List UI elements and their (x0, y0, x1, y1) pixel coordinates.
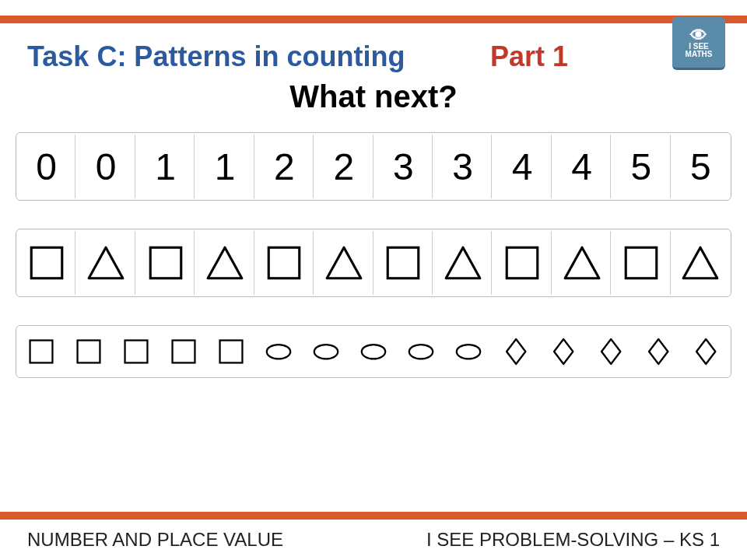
square-icon (121, 337, 151, 366)
svg-point-18 (314, 345, 338, 359)
number-cell: 3 (434, 135, 492, 198)
footer-brand: I SEE PROBLEM-SOLVING – KS 1 (426, 529, 720, 551)
shape-cell (137, 231, 195, 295)
shape-cell (672, 231, 729, 295)
oval-icon (311, 341, 341, 362)
svg-marker-26 (696, 339, 715, 364)
svg-rect-6 (388, 247, 419, 278)
diamond-icon (552, 337, 575, 366)
oval-icon (454, 341, 483, 362)
number-cell: 2 (256, 135, 314, 198)
shape-cell (65, 327, 111, 376)
svg-rect-14 (124, 341, 147, 363)
number-cell: 1 (196, 135, 254, 198)
shape-cell (160, 327, 206, 376)
shape-cell (350, 327, 396, 376)
shape-cell (588, 327, 634, 376)
svg-marker-1 (89, 247, 123, 278)
number-cell: 4 (553, 135, 611, 198)
shape-cell (541, 327, 587, 376)
shape-cell (434, 231, 492, 295)
number-value: 4 (512, 145, 533, 188)
shape-cell (77, 231, 135, 295)
svg-marker-24 (601, 339, 620, 364)
pattern-row-shapes (16, 229, 731, 297)
part-label: Part 1 (490, 40, 568, 73)
shape-cell (315, 231, 373, 295)
square-icon (74, 337, 103, 366)
shape-cell (255, 327, 301, 376)
eye-icon: 👁 (690, 28, 707, 44)
oval-icon (359, 341, 388, 362)
number-cell: 5 (672, 135, 729, 198)
svg-rect-10 (626, 247, 657, 278)
shape-cell (208, 327, 254, 376)
number-cell: 2 (315, 135, 373, 198)
shape-cell (683, 327, 729, 376)
shape-cell (303, 327, 349, 376)
brand-logo: 👁 I SEE MATHS (672, 17, 725, 70)
footer-topic: NUMBER AND PLACE VALUE (27, 529, 283, 551)
svg-rect-2 (150, 247, 181, 278)
oval-icon (264, 341, 293, 362)
number-value: 0 (96, 145, 117, 188)
square-icon (146, 243, 186, 283)
square-icon (26, 243, 67, 283)
square-icon (26, 337, 56, 366)
shape-cell (493, 231, 551, 295)
shape-cell (446, 327, 492, 376)
shape-cell (493, 327, 539, 376)
number-cell: 1 (137, 135, 195, 198)
number-value: 2 (274, 145, 295, 188)
number-value: 5 (631, 145, 652, 188)
number-cell: 4 (493, 135, 551, 198)
svg-marker-11 (684, 247, 718, 278)
svg-rect-15 (172, 341, 195, 363)
number-value: 3 (393, 145, 414, 188)
triangle-icon (86, 243, 126, 283)
number-value: 1 (155, 145, 176, 188)
square-icon (383, 243, 423, 283)
square-icon (216, 337, 246, 366)
number-value: 4 (571, 145, 592, 188)
triangle-icon (562, 243, 602, 283)
shape-cell (256, 231, 314, 295)
svg-rect-4 (269, 247, 300, 278)
svg-rect-0 (31, 247, 62, 278)
svg-point-21 (457, 345, 480, 359)
bottom-accent-bar (0, 512, 747, 520)
square-icon (502, 243, 542, 283)
number-cell: 5 (612, 135, 670, 198)
shape-cell (553, 231, 611, 295)
pattern-row-mixed (16, 325, 731, 378)
number-value: 2 (333, 145, 354, 188)
oval-icon (406, 341, 436, 362)
triangle-icon (205, 243, 245, 283)
number-cell: 0 (77, 135, 135, 198)
shape-cell (636, 327, 682, 376)
triangle-icon (324, 243, 364, 283)
shape-cell (113, 327, 159, 376)
shape-cell (612, 231, 670, 295)
question-heading: What next? (0, 79, 747, 114)
triangle-icon (443, 243, 483, 283)
diamond-icon (694, 337, 717, 366)
number-value: 0 (36, 145, 57, 188)
number-value: 3 (452, 145, 473, 188)
shape-cell (18, 231, 75, 295)
shape-cell (196, 231, 254, 295)
svg-rect-8 (507, 247, 538, 278)
svg-marker-25 (649, 339, 668, 364)
square-icon (169, 337, 198, 366)
svg-point-19 (362, 345, 385, 359)
task-title: Task C: Patterns in counting (27, 40, 405, 73)
svg-rect-13 (77, 341, 100, 363)
triangle-icon (680, 243, 721, 283)
top-accent-bar (0, 16, 747, 23)
pattern-row-numbers: 001122334455 (16, 132, 731, 201)
shape-cell (375, 231, 433, 295)
svg-marker-3 (208, 247, 242, 278)
square-icon (264, 243, 304, 283)
number-cell: 0 (18, 135, 75, 198)
number-value: 1 (215, 145, 236, 188)
